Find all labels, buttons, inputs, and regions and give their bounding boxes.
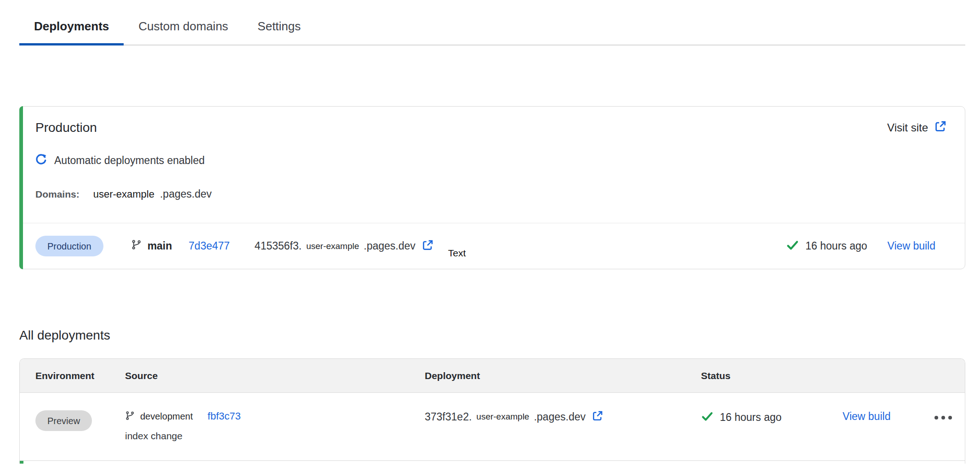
deployment-url-link[interactable]: 415356f3. user-example .pages.dev bbox=[255, 239, 433, 253]
environment-badge-production: Production bbox=[35, 236, 103, 256]
domains-label: Domains: bbox=[35, 189, 80, 200]
domains-row: Domains: user-example .pages.dev bbox=[35, 188, 965, 200]
production-deployment-status: 16 hours ago View build bbox=[786, 239, 935, 254]
next-row-peek bbox=[20, 461, 965, 464]
tab-label: Deployments bbox=[34, 19, 109, 33]
status-cell: 16 hours ago bbox=[701, 410, 843, 425]
visit-site-link[interactable]: Visit site bbox=[887, 120, 946, 135]
column-header-status: Status bbox=[701, 370, 843, 381]
check-icon bbox=[786, 239, 799, 254]
branch-name: development bbox=[140, 411, 193, 422]
tab-custom-domains[interactable]: Custom domains bbox=[124, 12, 243, 45]
deployment-time: 16 hours ago bbox=[805, 240, 867, 252]
external-link-icon bbox=[934, 120, 946, 135]
deployment-url-suffix: .pages.dev bbox=[364, 240, 416, 252]
tab-bar: Deployments Custom domains Settings bbox=[19, 0, 965, 45]
ellipsis-icon bbox=[948, 416, 952, 420]
auto-deployments-text: Automatic deployments enabled bbox=[54, 154, 205, 167]
tab-label: Custom domains bbox=[138, 19, 228, 33]
production-card-header: Production Visit site bbox=[20, 107, 965, 135]
source-branch: main bbox=[131, 239, 172, 253]
domain-suffix: .pages.dev bbox=[160, 188, 212, 200]
table-header-row: Environment Source Deployment Status bbox=[20, 359, 965, 393]
deployment-url-link[interactable]: 373f31e2. user-example .pages.dev bbox=[425, 410, 603, 423]
tab-label: Settings bbox=[257, 19, 301, 33]
deployment-url-project: user-example bbox=[476, 412, 529, 422]
refresh-icon bbox=[35, 153, 47, 168]
production-card-title: Production bbox=[35, 120, 97, 135]
check-icon bbox=[701, 410, 713, 425]
deployment-time: 16 hours ago bbox=[720, 411, 781, 424]
production-indicator-bar bbox=[19, 106, 23, 269]
source-cell: development fbf3c73 index change bbox=[125, 410, 425, 442]
production-indicator-bar bbox=[20, 461, 23, 464]
text-annotation: Text bbox=[448, 248, 466, 259]
row-actions-button[interactable] bbox=[934, 410, 952, 420]
view-build-cell: View build bbox=[843, 410, 934, 423]
commit-message: index change bbox=[125, 431, 425, 442]
deployment-url-prefix: 415356f3. bbox=[255, 240, 302, 252]
tab-settings[interactable]: Settings bbox=[243, 12, 315, 45]
production-card: Production Visit site Automatic deployme… bbox=[19, 106, 965, 269]
domain-name: user-example bbox=[93, 188, 154, 200]
auto-deployments-status: Automatic deployments enabled bbox=[35, 153, 965, 168]
deployment-cell: 373f31e2. user-example .pages.dev bbox=[425, 410, 701, 423]
deployment-url-project: user-example bbox=[306, 241, 359, 251]
branch-name: main bbox=[148, 240, 172, 252]
column-header-deployment: Deployment bbox=[425, 370, 701, 381]
view-build-link[interactable]: View build bbox=[888, 240, 935, 252]
column-header-source: Source bbox=[125, 370, 425, 381]
deployments-table: Environment Source Deployment Status Pre… bbox=[19, 358, 965, 464]
pages-project-screen: Deployments Custom domains Settings Prod… bbox=[0, 0, 980, 465]
production-deployment-row: Production main 7d3e477 415356f3. user-e… bbox=[20, 223, 965, 269]
git-branch-icon bbox=[131, 239, 142, 253]
commit-sha-link[interactable]: fbf3c73 bbox=[208, 410, 241, 422]
git-branch-icon bbox=[125, 411, 135, 422]
ellipsis-icon bbox=[934, 416, 938, 420]
table-row: Preview development fbf3c73 index change… bbox=[20, 393, 965, 461]
tab-deployments[interactable]: Deployments bbox=[19, 12, 124, 45]
commit-sha-link[interactable]: 7d3e477 bbox=[188, 240, 230, 252]
external-link-icon bbox=[592, 410, 603, 423]
ellipsis-icon bbox=[941, 416, 945, 420]
deployment-url-prefix: 373f31e2. bbox=[425, 411, 472, 423]
visit-site-label: Visit site bbox=[887, 121, 928, 134]
external-link-icon bbox=[422, 239, 433, 253]
all-deployments-title: All deployments bbox=[19, 328, 980, 343]
column-header-environment: Environment bbox=[35, 370, 125, 381]
environment-cell: Preview bbox=[35, 410, 125, 431]
view-build-link[interactable]: View build bbox=[843, 410, 890, 422]
deployment-url-suffix: .pages.dev bbox=[534, 411, 586, 423]
environment-badge-preview: Preview bbox=[35, 410, 92, 431]
